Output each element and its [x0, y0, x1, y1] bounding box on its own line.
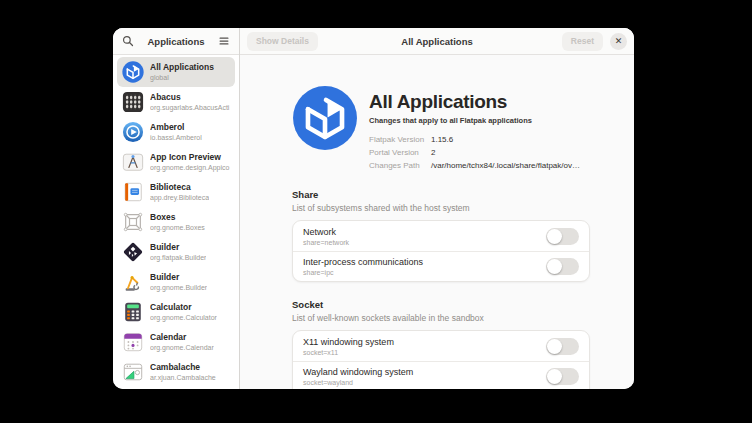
show-details-button[interactable]: Show Details	[247, 32, 318, 51]
permission-key: share=ipc	[303, 268, 546, 277]
app-name: Calendar	[150, 332, 214, 343]
calculator-icon	[122, 301, 144, 323]
permission-title: X11 windowing system	[303, 336, 546, 348]
toggle-switch[interactable]	[546, 258, 579, 275]
flatseal-icon	[292, 85, 358, 172]
flatseal-window: Applications All Applications global Aba…	[113, 28, 634, 389]
sidebar-header: Applications	[113, 28, 239, 55]
permission-title: Wayland windowing system	[303, 366, 546, 378]
hamburger-menu-icon[interactable]	[215, 32, 233, 50]
detail-label: Flatpak Version	[369, 133, 431, 146]
amberol-icon	[122, 121, 144, 143]
app-details: Flatpak Version 1.15.6 Portal Version 2 …	[369, 133, 580, 172]
permission-row: X11 windowing system socket=x11	[293, 331, 589, 361]
permission-title: Inter-process communications	[303, 256, 546, 268]
app-name: Calculator	[150, 302, 217, 313]
detail-label: Changes Path	[369, 159, 431, 172]
sidebar-item-boxes[interactable]: Boxes org.gnome.Boxes	[117, 207, 235, 237]
permission-row: Inter-process communications share=ipc	[293, 251, 589, 281]
reset-button[interactable]: Reset	[562, 32, 603, 51]
app-id: global	[150, 73, 214, 82]
sidebar-item-calculator[interactable]: Calculator org.gnome.Calculator	[117, 297, 235, 327]
permission-card: Network share=network Inter-process comm…	[292, 220, 590, 282]
detail-row: Changes Path /var/home/tchx84/.local/sha…	[369, 159, 580, 172]
sidebar-item-biblioteca[interactable]: Biblioteca app.drey.Biblioteca	[117, 177, 235, 207]
search-icon[interactable]	[119, 32, 137, 50]
sidebar-item-calendar[interactable]: Calendar org.gnome.Calendar	[117, 327, 235, 357]
detail-value: /var/home/tchx84/.local/share/flatpak/ov…	[431, 159, 580, 172]
app-hero: All Applications Changes that apply to a…	[292, 85, 590, 172]
cambalache-icon	[122, 361, 144, 383]
permission-title: Network	[303, 226, 546, 238]
app-id: org.gnome.Builder	[150, 283, 207, 292]
calendar-icon	[122, 331, 144, 353]
main-header: Show Details All Applications Reset ✕	[240, 28, 634, 55]
app-id: org.flatpak.Builder	[150, 253, 206, 262]
app-name: Builder	[150, 242, 206, 253]
app-id: org.gnome.Calendar	[150, 343, 214, 352]
permission-key: share=network	[303, 238, 546, 247]
app-name: Abacus	[150, 92, 230, 103]
detail-row: Portal Version 2	[369, 146, 580, 159]
detail-row: Flatpak Version 1.15.6	[369, 133, 580, 146]
sidebar-item-builder[interactable]: Builder org.gnome.Builder	[117, 267, 235, 297]
partial-list-item	[117, 387, 235, 389]
section-socket: Socket List of well-known sockets availa…	[292, 299, 590, 389]
app-id: org.gnome.design.Appico…	[150, 163, 230, 172]
app-name: Cambalache	[150, 362, 216, 373]
application-list: All Applications global Abacus org.sugar…	[113, 55, 239, 389]
page-subtitle: Changes that apply to all Flatpak applic…	[369, 116, 580, 125]
toggle-switch[interactable]	[546, 368, 579, 385]
permission-key: socket=x11	[303, 348, 546, 357]
flatpak-builder-icon	[122, 241, 144, 263]
app-name: App Icon Preview	[150, 152, 230, 163]
abacus-icon	[122, 91, 144, 113]
main-pane: Show Details All Applications Reset ✕ Al…	[240, 28, 634, 389]
app-icon-preview-icon	[122, 151, 144, 173]
main-content: All Applications Changes that apply to a…	[240, 55, 634, 389]
section-description: List of well-known sockets available in …	[292, 313, 590, 323]
app-name: All Applications	[150, 62, 214, 73]
detail-label: Portal Version	[369, 146, 431, 159]
app-id: org.sugarlabs.AbacusActi…	[150, 103, 230, 112]
sidebar: Applications All Applications global Aba…	[113, 28, 240, 389]
sidebar-item-amberol[interactable]: Amberol io.bassi.Amberol	[117, 117, 235, 147]
permission-key: socket=wayland	[303, 378, 546, 387]
app-id: io.bassi.Amberol	[150, 133, 202, 142]
permission-row: Network share=network	[293, 221, 589, 251]
app-name: Boxes	[150, 212, 205, 223]
app-id: org.gnome.Boxes	[150, 223, 205, 232]
detail-value: 1.15.6	[431, 133, 453, 146]
app-name: Builder	[150, 272, 207, 283]
sidebar-item-cambalache[interactable]: Cambalache ar.xjuan.Cambalache	[117, 357, 235, 387]
boxes-icon	[122, 211, 144, 233]
flatseal-icon	[122, 61, 144, 83]
page-title: All Applications	[369, 91, 580, 113]
detail-value: 2	[431, 146, 435, 159]
permission-card: X11 windowing system socket=x11 Wayland …	[292, 330, 590, 389]
app-name: Biblioteca	[150, 182, 209, 193]
close-icon[interactable]: ✕	[610, 33, 627, 50]
permission-row: Wayland windowing system socket=wayland	[293, 361, 589, 389]
biblioteca-icon	[122, 181, 144, 203]
sidebar-item-builder[interactable]: Builder org.flatpak.Builder	[117, 237, 235, 267]
toggle-switch[interactable]	[546, 338, 579, 355]
toggle-switch[interactable]	[546, 228, 579, 245]
section-title: Share	[292, 189, 590, 200]
section-description: List of subsystems shared with the host …	[292, 203, 590, 213]
sidebar-item-abacus[interactable]: Abacus org.sugarlabs.AbacusActi…	[117, 87, 235, 117]
section-share: Share List of subsystems shared with the…	[292, 189, 590, 282]
app-id: app.drey.Biblioteca	[150, 193, 209, 202]
section-title: Socket	[292, 299, 590, 310]
gnome-builder-icon	[122, 271, 144, 293]
sidebar-item-app-icon-preview[interactable]: App Icon Preview org.gnome.design.Appico…	[117, 147, 235, 177]
app-id: org.gnome.Calculator	[150, 313, 217, 322]
app-id: ar.xjuan.Cambalache	[150, 373, 216, 382]
app-name: Amberol	[150, 122, 202, 133]
sidebar-item-all-applications[interactable]: All Applications global	[117, 57, 235, 87]
